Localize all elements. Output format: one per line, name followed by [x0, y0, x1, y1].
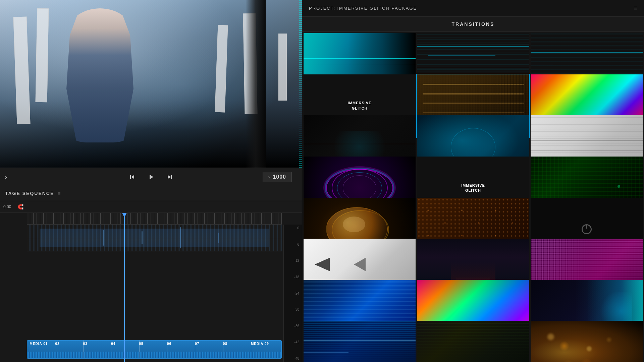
thumbnail-11-label: IMMERSIVEGLITCH [461, 183, 485, 193]
timeline-toolbar: 0:00 🧲 [0, 201, 302, 213]
timeline-header: TAGE SEQUENCE ≡ [0, 186, 302, 201]
step-forward-button[interactable] [164, 171, 176, 183]
timeline-content: MEDIA 01 02 03 04 05 06 07 08 MEDIA 09 [0, 213, 302, 362]
audio-waveform-area [27, 225, 282, 251]
transitions-header: TRANSITIONS [302, 17, 644, 32]
vu-label-48: -48 [286, 357, 299, 360]
timecode-value: 1000 [273, 174, 286, 180]
media-track: MEDIA 01 02 03 04 05 06 07 08 MEDIA 09 [27, 340, 282, 359]
vu-label-36: -36 [286, 324, 299, 328]
clip-label-2: 02 [55, 342, 59, 346]
media-waveform [27, 352, 281, 358]
thumbnails-grid: IMMERSIVEGLITCH [302, 32, 644, 362]
ruler-ticks [27, 213, 282, 224]
clip-label-4: 04 [111, 342, 115, 346]
media-clips: MEDIA 01 02 03 04 05 06 07 08 MEDIA 09 [27, 340, 282, 359]
woman-figure [66, 8, 133, 142]
clip-label-8: 08 [223, 342, 227, 346]
current-time-label: 0:00 [3, 204, 15, 209]
thumbnail-22[interactable] [304, 321, 416, 362]
clip-label-3: 03 [83, 342, 88, 346]
video-controls: › › 1000 [0, 168, 302, 186]
play-button[interactable] [145, 171, 157, 183]
clip-label-6: 06 [167, 342, 171, 346]
video-background [0, 0, 302, 168]
playhead[interactable] [124, 213, 125, 362]
vu-label-6: -6 [286, 243, 299, 246]
expand-button[interactable]: › [5, 174, 7, 181]
timeline-section: TAGE SEQUENCE ≡ 0:00 🧲 [0, 186, 302, 362]
panel-header: PROJECT: IMMERSIVE GLITCH PACKAGE ≡ [302, 0, 644, 17]
left-panel: › › 1000 TAGE SEQUENCE ≡ 0:0 [0, 0, 302, 362]
play-icon [147, 173, 155, 181]
clip-label-9: MEDIA 09 [251, 342, 269, 346]
timeline-menu-icon[interactable]: ≡ [57, 190, 60, 196]
transitions-title: TRANSITIONS [452, 21, 495, 27]
clip-label-5: 05 [139, 342, 144, 346]
panel-menu-button[interactable]: ≡ [634, 5, 637, 12]
step-forward-icon [166, 173, 174, 181]
timecode-arrow-icon: › [268, 174, 270, 180]
glitch-edge [299, 0, 302, 168]
vu-label-24: -24 [286, 292, 299, 295]
vu-meter: 0 -6 -12 -18 -24 -30 -36 -42 -48 [283, 225, 302, 362]
right-panel: PROJECT: IMMERSIVE GLITCH PACKAGE ≡ TRAN… [302, 0, 644, 362]
clip-label-7: 07 [195, 342, 199, 346]
dark-stripe [246, 0, 266, 168]
timeline-tracks: MEDIA 01 02 03 04 05 06 07 08 MEDIA 09 [27, 225, 282, 362]
thumbnail-4-label: IMMERSIVEGLITCH [348, 101, 372, 111]
video-preview [0, 0, 302, 168]
vu-label-42: -42 [286, 340, 299, 344]
timeline-ruler [27, 213, 282, 225]
vu-label-30: -30 [286, 308, 299, 311]
project-title: PROJECT: IMMERSIVE GLITCH PACKAGE [309, 6, 629, 11]
vu-label-0: 0 [286, 226, 299, 230]
thumbnail-24[interactable] [531, 321, 643, 362]
vu-label-12: -12 [286, 259, 299, 262]
rewind-icon [128, 173, 136, 181]
magnet-tool-icon[interactable]: 🧲 [18, 204, 23, 209]
timecode-display: › 1000 [263, 172, 292, 182]
shrine-banner-2 [36, 8, 49, 103]
vu-label-18: -18 [286, 275, 299, 279]
clip-label-1: MEDIA 01 [30, 342, 48, 346]
rewind-button[interactable] [126, 171, 138, 183]
shrine-banner-5 [278, 34, 287, 101]
thumbnail-23[interactable] [417, 321, 529, 362]
power-icon [582, 224, 592, 234]
timeline-title: TAGE SEQUENCE [5, 191, 54, 196]
